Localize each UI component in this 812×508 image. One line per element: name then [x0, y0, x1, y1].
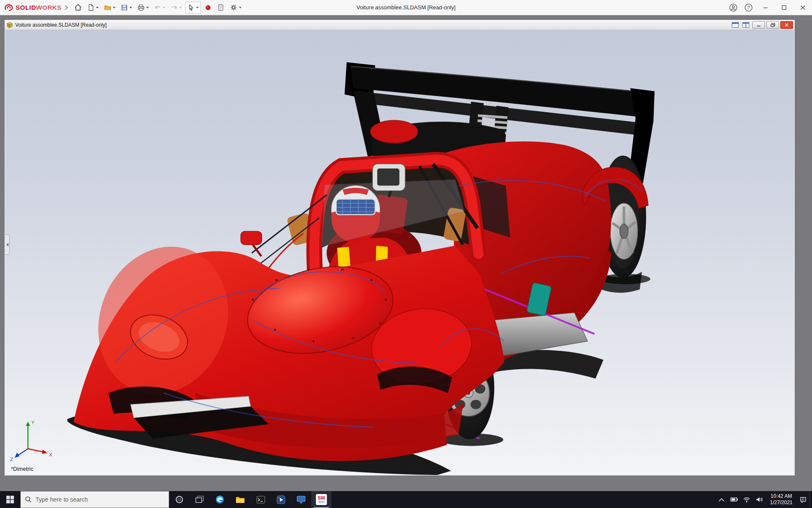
redo-dropdown[interactable]: [179, 7, 182, 8]
quick-access-toolbar: [72, 2, 243, 14]
action-center-icon: [800, 497, 807, 503]
clock-date: 1/27/2021: [770, 500, 793, 506]
help-button[interactable]: ?: [741, 0, 756, 15]
media-player-button[interactable]: [271, 491, 291, 508]
new-document-button[interactable]: [85, 2, 100, 14]
home-button[interactable]: [72, 2, 84, 14]
windows-logo-icon: [6, 496, 14, 503]
svg-text:?: ?: [747, 5, 750, 10]
save-dropdown[interactable]: [129, 7, 132, 8]
edge-button[interactable]: [210, 491, 230, 508]
model-canvas[interactable]: [5, 30, 794, 475]
print-button[interactable]: [135, 2, 151, 14]
select-tool-button[interactable]: [185, 2, 201, 14]
close-button[interactable]: [793, 0, 812, 15]
open-dropdown[interactable]: [113, 7, 115, 8]
rebuild-icon: [204, 4, 212, 11]
account-button[interactable]: [726, 0, 741, 15]
speaker-icon: [756, 497, 763, 502]
clock-time: 10:42 AM: [770, 493, 793, 500]
network-tray-button[interactable]: [741, 491, 753, 508]
show-desktop-button[interactable]: [809, 491, 812, 508]
task-view-button[interactable]: [189, 491, 210, 508]
edge-icon: [215, 495, 225, 504]
minimize-icon: [763, 5, 768, 10]
redo-button[interactable]: [169, 2, 184, 14]
undo-icon: [154, 4, 162, 11]
graphics-area[interactable]: Y X Z *Dimetric: [5, 30, 794, 475]
doc-minimize-icon: [757, 23, 761, 27]
new-document-dropdown[interactable]: [96, 7, 99, 8]
brand-works: WORKS: [36, 4, 61, 11]
doc-close-button[interactable]: [780, 21, 793, 29]
search-icon: [25, 496, 32, 503]
taskbar-clock[interactable]: 10:42 AM 1/27/2021: [766, 493, 797, 506]
chevron-up-icon: [719, 498, 724, 502]
new-document-icon: [87, 4, 95, 11]
display-icon: [296, 495, 306, 504]
options-button[interactable]: [228, 2, 243, 14]
select-cursor-icon: [187, 4, 195, 11]
battery-tray-button[interactable]: [728, 491, 741, 508]
select-tool-dropdown[interactable]: [196, 7, 199, 8]
solidworks-app-icon: SW 2021: [316, 494, 327, 505]
display-settings-button[interactable]: [291, 491, 311, 508]
cortana-button[interactable]: [169, 491, 189, 508]
doc-close-icon: [785, 23, 789, 27]
solidworks-taskbar-button[interactable]: SW 2021: [311, 491, 332, 508]
doc-minimize-button[interactable]: [752, 21, 765, 29]
start-button[interactable]: [0, 491, 20, 508]
file-properties-icon: [217, 4, 225, 11]
ds-mark-icon: [4, 3, 14, 12]
open-button[interactable]: [102, 2, 117, 14]
app-title-bar: SOLIDWORKS: [0, 0, 812, 15]
brand-solid: SOLID: [16, 4, 36, 11]
help-icon: ?: [744, 3, 753, 12]
maximize-icon: [782, 5, 787, 10]
doc-restore-button[interactable]: [766, 21, 779, 29]
command-prompt-icon: [256, 496, 265, 504]
options-dropdown[interactable]: [239, 7, 241, 8]
media-player-icon: [277, 495, 285, 504]
print-dropdown[interactable]: [146, 7, 149, 8]
document-window-controls: [730, 21, 793, 29]
side-mirror: [241, 231, 262, 245]
action-center-button[interactable]: [797, 491, 809, 508]
undo-button[interactable]: [152, 2, 167, 14]
battery-icon: [730, 497, 738, 502]
save-icon: [121, 4, 128, 11]
undo-dropdown[interactable]: [163, 7, 165, 8]
system-tray: 10:42 AM 1/27/2021: [715, 491, 812, 508]
file-explorer-button[interactable]: [230, 491, 250, 508]
hidden-icons-button[interactable]: [715, 491, 728, 508]
tile-windows-icon[interactable]: [742, 22, 749, 28]
front-body[interactable]: [74, 229, 504, 461]
search-placeholder: Type here to search: [36, 496, 88, 503]
toolbar-expand-arrow-icon[interactable]: [65, 5, 68, 10]
volume-tray-button[interactable]: [753, 491, 766, 508]
document-title-bar[interactable]: Voiture assomblee.SLDASM [Read-only]: [5, 20, 795, 30]
doc-restore-icon: [771, 23, 775, 27]
cortana-icon: [175, 495, 184, 504]
search-input[interactable]: Type here to search: [20, 491, 169, 508]
wifi-icon: [743, 497, 750, 502]
orientation-triad: Y X Z: [9, 414, 56, 461]
featuremanager-collapse-tab[interactable]: [5, 235, 10, 255]
svg-text:X: X: [49, 452, 52, 457]
solidworks-logo: SOLIDWORKS: [0, 3, 64, 12]
gear-icon: [230, 3, 238, 11]
new-window-icon[interactable]: [732, 22, 739, 28]
document-window: Voiture assomblee.SLDASM [Read-only]: [4, 19, 795, 476]
home-icon: [74, 3, 82, 11]
document-title: Voiture assomblee.SLDASM [Read-only]: [15, 22, 107, 28]
file-explorer-icon: [236, 496, 245, 504]
account-icon: [729, 3, 738, 12]
minimize-button[interactable]: [756, 0, 775, 15]
rebuild-button[interactable]: [203, 2, 214, 14]
save-button[interactable]: [119, 2, 134, 14]
maximize-button[interactable]: [775, 0, 793, 15]
open-folder-icon: [104, 4, 112, 11]
file-properties-button[interactable]: [215, 2, 226, 14]
command-prompt-button[interactable]: [250, 491, 271, 508]
assembly-document-icon: [6, 22, 13, 28]
